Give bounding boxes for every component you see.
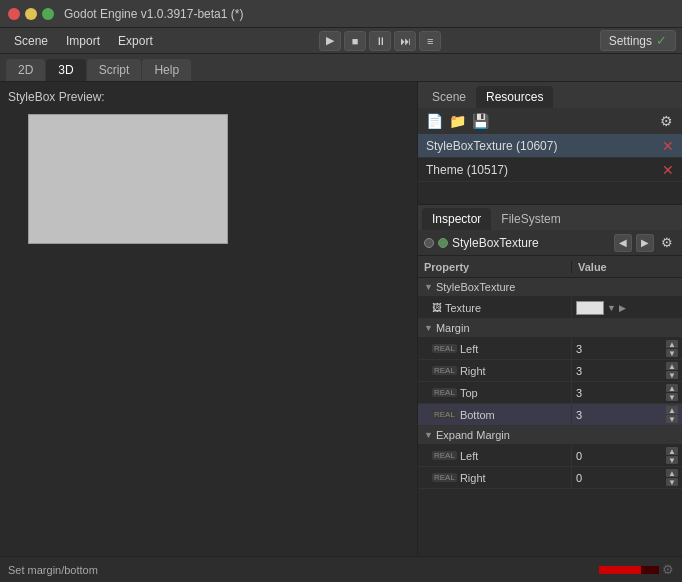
section-header-expand-margin[interactable]: ▼ Expand Margin bbox=[418, 426, 682, 445]
property-value-margin-bottom[interactable]: 3 ▲ ▼ bbox=[572, 404, 682, 425]
property-label-margin-top: REAL Top bbox=[418, 382, 572, 403]
value-column-header: Value bbox=[572, 261, 682, 273]
property-row-margin-right[interactable]: REAL Right 3 ▲ ▼ bbox=[418, 360, 682, 382]
prop-label-text: Left bbox=[460, 343, 478, 355]
section-header-margin[interactable]: ▼ Margin bbox=[418, 319, 682, 338]
prop-label-text: Left bbox=[460, 450, 478, 462]
type-badge: REAL bbox=[432, 410, 457, 419]
property-value-margin-left[interactable]: 3 ▲ ▼ bbox=[572, 338, 682, 359]
tab-filesystem[interactable]: FileSystem bbox=[491, 208, 570, 230]
property-row-margin-left[interactable]: REAL Left 3 ▲ ▼ bbox=[418, 338, 682, 360]
resource-tools: 📄 📁 💾 bbox=[424, 112, 490, 130]
title-bar: Godot Engine v1.0.3917-beta1 (*) bbox=[0, 0, 682, 28]
settings-button[interactable]: Settings ✓ bbox=[600, 30, 676, 51]
cpu-indicator bbox=[599, 566, 659, 574]
open-resource-button[interactable]: 📁 bbox=[447, 112, 467, 130]
tab-scene[interactable]: Scene bbox=[422, 86, 476, 108]
menu-scene[interactable]: Scene bbox=[6, 31, 56, 51]
resource-item[interactable]: StyleBoxTexture (10607) ✕ bbox=[418, 134, 682, 158]
property-row-texture[interactable]: 🖼 Texture ▼ ▶ bbox=[418, 297, 682, 319]
property-table-header: Property Value bbox=[418, 256, 682, 278]
type-badge: REAL bbox=[432, 388, 457, 397]
spin-up[interactable]: ▲ bbox=[666, 362, 678, 370]
menu-left: Scene Import Export bbox=[6, 31, 161, 51]
spin-buttons: ▲ ▼ bbox=[666, 447, 678, 464]
resource-item[interactable]: Theme (10517) ✕ bbox=[418, 158, 682, 182]
property-value-expand-left[interactable]: 0 ▲ ▼ bbox=[572, 445, 682, 466]
spin-up[interactable]: ▲ bbox=[666, 340, 678, 348]
check-icon: ✓ bbox=[656, 33, 667, 48]
tab-script[interactable]: Script bbox=[87, 59, 142, 81]
tab-3d[interactable]: 3D bbox=[46, 59, 85, 81]
left-panel: StyleBox Preview: bbox=[0, 82, 418, 556]
tab-resources[interactable]: Resources bbox=[476, 86, 553, 108]
pause-button[interactable]: ⏸ bbox=[369, 31, 391, 51]
spin-down[interactable]: ▼ bbox=[666, 415, 678, 423]
spin-down[interactable]: ▼ bbox=[666, 456, 678, 464]
spin-down[interactable]: ▼ bbox=[666, 393, 678, 401]
property-label-margin-right: REAL Right bbox=[418, 360, 572, 381]
stop-button[interactable]: ■ bbox=[344, 31, 366, 51]
inspector-dot-active bbox=[438, 238, 448, 248]
resource-settings-button[interactable]: ⚙ bbox=[656, 112, 676, 130]
texture-arrow-right[interactable]: ▶ bbox=[619, 303, 626, 313]
property-row-margin-top[interactable]: REAL Top 3 ▲ ▼ bbox=[418, 382, 682, 404]
close-button[interactable] bbox=[8, 8, 20, 20]
spin-down[interactable]: ▼ bbox=[666, 478, 678, 486]
status-indicators: ⚙ bbox=[599, 562, 674, 577]
spin-buttons: ▲ ▼ bbox=[666, 340, 678, 357]
property-row-margin-bottom[interactable]: REAL Bottom 3 ▲ ▼ bbox=[418, 404, 682, 426]
property-table: Property Value ▼ StyleBoxTexture 🖼 Textu… bbox=[418, 256, 682, 556]
spin-up[interactable]: ▲ bbox=[666, 384, 678, 392]
resource-close-button[interactable]: ✕ bbox=[662, 139, 674, 153]
section-arrow: ▼ bbox=[424, 430, 433, 440]
cpu-indicator-fill bbox=[599, 566, 641, 574]
value-number: 3 bbox=[576, 365, 663, 377]
texture-label: Texture bbox=[445, 302, 481, 314]
property-value-margin-top[interactable]: 3 ▲ ▼ bbox=[572, 382, 682, 403]
texture-swatch[interactable] bbox=[576, 301, 604, 315]
spin-up[interactable]: ▲ bbox=[666, 447, 678, 455]
save-resource-button[interactable]: 💾 bbox=[470, 112, 490, 130]
spin-up[interactable]: ▲ bbox=[666, 406, 678, 414]
resource-close-button[interactable]: ✕ bbox=[662, 163, 674, 177]
preview-area bbox=[28, 114, 228, 244]
status-gear-icon[interactable]: ⚙ bbox=[662, 562, 674, 577]
menu-export[interactable]: Export bbox=[110, 31, 161, 51]
texture-dropdown-arrow[interactable]: ▼ bbox=[607, 303, 616, 313]
spin-down[interactable]: ▼ bbox=[666, 349, 678, 357]
tab-2d[interactable]: 2D bbox=[6, 59, 45, 81]
minimize-button[interactable] bbox=[25, 8, 37, 20]
preview-title: StyleBox Preview: bbox=[8, 90, 409, 104]
resource-item-name: StyleBoxTexture (10607) bbox=[426, 139, 557, 153]
property-value-texture[interactable]: ▼ ▶ bbox=[572, 297, 682, 318]
property-label-expand-left: REAL Left bbox=[418, 445, 572, 466]
spin-up[interactable]: ▲ bbox=[666, 469, 678, 477]
tab-inspector[interactable]: Inspector bbox=[422, 208, 491, 230]
section-arrow: ▼ bbox=[424, 282, 433, 292]
maximize-button[interactable] bbox=[42, 8, 54, 20]
property-value-expand-right[interactable]: 0 ▲ ▼ bbox=[572, 467, 682, 488]
menu-import[interactable]: Import bbox=[58, 31, 108, 51]
inspector-gear-button[interactable]: ⚙ bbox=[658, 234, 676, 252]
inspector-dot-inactive bbox=[424, 238, 434, 248]
more-button[interactable]: ≡ bbox=[419, 31, 441, 51]
play-button[interactable]: ▶ bbox=[319, 31, 341, 51]
new-resource-button[interactable]: 📄 bbox=[424, 112, 444, 130]
property-value-margin-right[interactable]: 3 ▲ ▼ bbox=[572, 360, 682, 381]
spin-buttons: ▲ ▼ bbox=[666, 406, 678, 423]
inspector-next-button[interactable]: ▶ bbox=[636, 234, 654, 252]
menu-bar: Scene Import Export ▶ ■ ⏸ ⏭ ≡ Settings ✓ bbox=[0, 28, 682, 54]
property-row-expand-right[interactable]: REAL Right 0 ▲ ▼ bbox=[418, 467, 682, 489]
property-row-expand-left[interactable]: REAL Left 0 ▲ ▼ bbox=[418, 445, 682, 467]
tab-help[interactable]: Help bbox=[142, 59, 191, 81]
inspector-prev-button[interactable]: ◀ bbox=[614, 234, 632, 252]
prop-label-text: Bottom bbox=[460, 409, 495, 421]
spin-down[interactable]: ▼ bbox=[666, 371, 678, 379]
inspector-tabs: Inspector FileSystem bbox=[418, 204, 682, 230]
next-button[interactable]: ⏭ bbox=[394, 31, 416, 51]
inspector-resource-name: StyleBoxTexture bbox=[452, 236, 610, 250]
spin-buttons: ▲ ▼ bbox=[666, 384, 678, 401]
section-header-styleboxTexture[interactable]: ▼ StyleBoxTexture bbox=[418, 278, 682, 297]
status-bar: Set margin/bottom ⚙ bbox=[0, 556, 682, 582]
